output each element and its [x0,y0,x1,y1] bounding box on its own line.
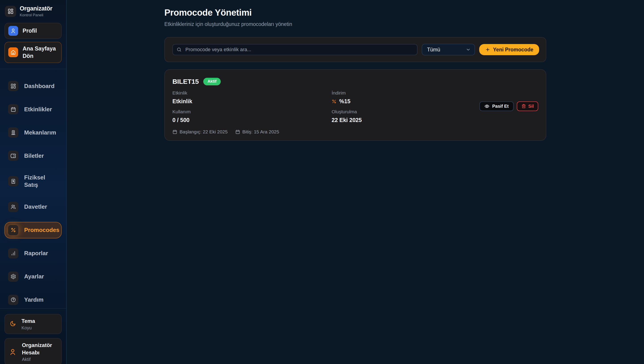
sidebar-bottom: Tema Koyu Organizatör Hesabı Aktif [0,308,66,364]
app-root: Organizatör Kontrol Paneli Profil Ana Sa… [0,0,644,364]
search-box [172,44,417,55]
back-home-button[interactable]: Ana Sayfaya Dön [5,42,62,63]
sidebar-item-fiziksel-satis[interactable]: Fiziksel Satış [5,171,62,192]
sidebar-item-promocodes[interactable]: Promocodes [5,222,62,238]
sidebar-item-yardim[interactable]: Yardım [5,292,62,308]
sidebar-item-label: Ayarlar [24,273,44,280]
dashboard-icon [8,81,18,91]
sidebar-item-mekanlarim[interactable]: Mekanlarım [5,124,62,141]
sidebar-item-dashboard[interactable]: Dashboard [5,78,62,94]
sidebar-item-label: Yardım [24,296,44,304]
gear-icon [8,272,18,282]
sidebar-item-label: Raporlar [24,250,48,257]
app-subtitle: Kontrol Paneli [20,13,52,18]
eye-icon [484,104,489,109]
sidebar-divider-bottom [0,308,66,308]
bar-chart-icon [8,248,18,258]
sidebar-item-raporlar[interactable]: Raporlar [5,245,62,262]
new-promocode-label: Yeni Promocode [493,47,533,53]
percent-icon [8,225,18,235]
brand: Organizatör Kontrol Paneli [0,0,66,22]
page-subtitle: Etkinlikleriniz için oluşturduğunuz prom… [164,21,546,27]
calendar-icon [235,130,240,134]
page-title: Promocode Yönetimi [164,8,546,18]
theme-toggle[interactable]: Tema Koyu [5,314,62,334]
calendar-icon [172,130,177,134]
user-icon [9,348,17,356]
home-icon [8,47,18,57]
plus-icon [485,47,490,52]
sidebar-item-biletler[interactable]: Biletler [5,148,62,164]
sidebar-item-label: Fiziksel Satış [24,174,58,189]
search-input[interactable] [185,46,413,53]
back-home-label: Ana Sayfaya Dön [23,45,58,60]
promocode-card: BILET15 Aktif Etkinlik Etkinlik İndirim [164,69,546,141]
account-title: Organizatör Hesabı [22,342,57,356]
sidebar-item-label: Dashboard [24,82,55,90]
status-badge: Aktif [203,78,221,85]
promocode-code: BILET15 [172,78,199,85]
new-promocode-button[interactable]: Yeni Promocode [479,44,539,55]
chevron-down-icon [466,47,471,52]
users-icon [8,202,18,212]
field-kullanim: Kullanım 0 / 500 [172,109,332,123]
field-indirim: İndirim %15 [332,90,475,104]
percent-icon [332,99,337,104]
sidebar: Organizatör Kontrol Paneli Profil Ana Sa… [0,0,67,364]
search-icon [176,47,182,52]
account-card[interactable]: Organizatör Hesabı Aktif [5,338,62,364]
calendar-icon [8,104,18,114]
sidebar-item-label: Biletler [24,152,44,160]
sidebar-item-etkinlikler[interactable]: Etkinlikler [5,101,62,118]
sidebar-item-label: Promocodes [24,226,60,234]
sidebar-item-label: Mekanlarım [24,129,56,136]
toolbar: Tümü Yeni Promocode [164,37,546,62]
start-date: Başlangıç: 22 Eki 2025 [172,129,228,134]
account-status: Aktif [22,357,57,362]
sidebar-item-davetler[interactable]: Davetler [5,199,62,215]
profile-label: Profil [23,27,37,35]
promocode-dates: Başlangıç: 22 Eki 2025 Bitiş: 15 Ara 202… [172,129,475,134]
app-title: Organizatör [20,5,52,12]
filter-value: Tümü [427,47,440,53]
field-etkinlik: Etkinlik Etkinlik [172,90,332,104]
receipt-icon [8,176,18,186]
theme-title: Tema [22,318,35,325]
user-icon [8,26,18,36]
delete-button[interactable]: Sil [517,102,538,111]
brand-logo [5,6,16,17]
help-icon [8,295,18,305]
theme-value: Koyu [22,325,35,330]
promocode-actions: Pasif Et Sil [479,102,538,111]
sidebar-item-label: Davetler [24,203,47,210]
sidebar-nav: Dashboard Etkinlikler Mekanlarım Biletle… [0,69,66,308]
quick-links: Profil Ana Sayfaya Dön [0,22,66,63]
main-content: Promocode Yönetimi Etkinlikleriniz için … [67,0,644,364]
profile-button[interactable]: Profil [5,23,62,39]
layout-grid-icon [8,8,14,14]
moon-icon [9,320,16,328]
sidebar-item-ayarlar[interactable]: Ayarlar [5,268,62,285]
sidebar-item-label: Etkinlikler [24,106,52,113]
building-icon [8,127,18,138]
filter-select[interactable]: Tümü [422,44,475,56]
deactivate-button[interactable]: Pasif Et [479,102,513,111]
end-date: Bitiş: 15 Ara 2025 [235,129,279,134]
trash-icon [521,104,526,108]
ticket-icon [8,150,18,161]
field-olusturulma: Oluşturulma 22 Eki 2025 [332,109,475,123]
